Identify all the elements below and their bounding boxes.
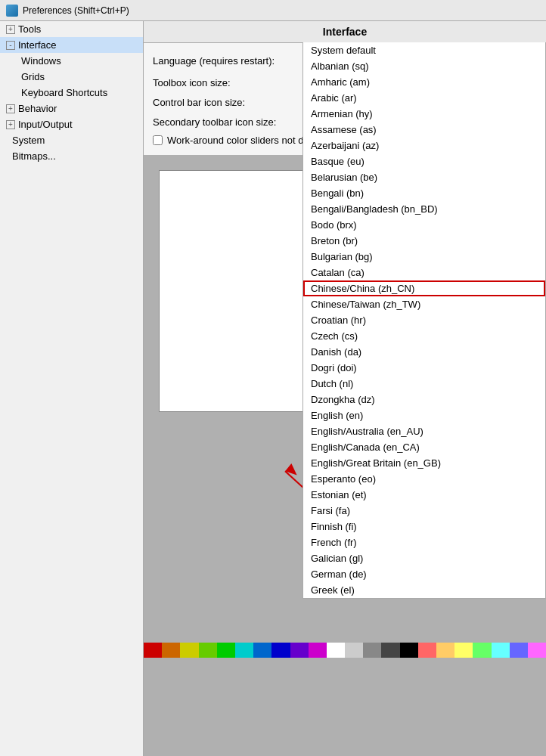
sidebar-label-input-output: Input/Output <box>18 119 73 130</box>
dropdown-item[interactable]: Croatian (hr) <box>303 312 545 328</box>
color-swatch[interactable] <box>144 643 162 658</box>
dropdown-item[interactable]: Basque (eu) <box>303 153 545 169</box>
sidebar-label-bitmaps: Bitmaps... <box>12 150 56 162</box>
dropdown-item[interactable]: Armenian (hy) <box>303 106 545 122</box>
content-area: Interface Language (requires restart): E… <box>144 21 546 756</box>
svg-marker-1 <box>285 463 297 476</box>
title-bar-text: Preferences (Shift+Ctrl+P) <box>23 5 129 16</box>
expand-icon-behavior: + <box>6 104 15 113</box>
sidebar: + Tools - Interface Windows Grids Keyboa… <box>0 21 144 756</box>
expand-icon-input-output: + <box>6 120 15 129</box>
dropdown-item[interactable]: Esperanto (eo) <box>303 471 545 487</box>
color-swatch[interactable] <box>400 643 418 658</box>
dropdown-item[interactable]: German (de) <box>303 566 545 582</box>
dropdown-item[interactable]: Danish (da) <box>303 344 545 360</box>
checkbox-label: Work-around color sliders not draw <box>167 135 319 146</box>
toolbox-icon-label: Toolbox icon size: <box>153 77 327 88</box>
sidebar-item-interface[interactable]: - Interface <box>0 37 143 53</box>
color-swatch[interactable] <box>363 643 381 658</box>
dropdown-item[interactable]: Arabic (ar) <box>303 90 545 106</box>
main-container: + Tools - Interface Windows Grids Keyboa… <box>0 21 546 756</box>
color-swatch[interactable] <box>381 643 399 658</box>
sidebar-item-system[interactable]: System <box>0 132 143 148</box>
title-bar: Preferences (Shift+Ctrl+P) <box>0 0 546 21</box>
expand-icon-tools: + <box>6 25 15 34</box>
dropdown-item[interactable]: English/Canada (en_CA) <box>303 439 545 455</box>
dropdown-item[interactable]: Dzongkha (dz) <box>303 392 545 407</box>
workaround-checkbox[interactable] <box>153 135 163 145</box>
expand-icon-interface: - <box>6 41 15 50</box>
dropdown-item[interactable]: English/Australia (en_AU) <box>303 423 545 439</box>
dropdown-item[interactable]: Amharic (am) <box>303 74 545 90</box>
dropdown-item[interactable]: Czech (cs) <box>303 328 545 344</box>
content-title: Interface <box>323 26 367 38</box>
dropdown-item[interactable]: English (en) <box>303 407 545 423</box>
color-swatch[interactable] <box>180 643 198 658</box>
color-swatch[interactable] <box>528 643 546 658</box>
dropdown-item[interactable]: Catalan (ca) <box>303 265 545 280</box>
sidebar-item-bitmaps[interactable]: Bitmaps... <box>0 148 143 164</box>
color-swatch[interactable] <box>290 643 309 658</box>
dropdown-item[interactable]: Bodo (brx) <box>303 217 545 233</box>
sidebar-label-system: System <box>12 135 45 146</box>
color-swatch[interactable] <box>454 643 473 658</box>
dropdown-item[interactable]: Greek (el) <box>303 582 545 598</box>
secondary-toolbar-label: Secondary toolbar icon size: <box>153 116 327 128</box>
sidebar-label-keyboard-shortcuts: Keyboard Shortcuts <box>21 87 107 98</box>
sidebar-label-tools: Tools <box>18 23 41 35</box>
color-swatch[interactable] <box>510 643 528 658</box>
color-swatch[interactable] <box>327 643 345 658</box>
sidebar-item-input-output[interactable]: + Input/Output <box>0 116 143 132</box>
sidebar-item-keyboard-shortcuts[interactable]: Keyboard Shortcuts <box>0 85 143 101</box>
dropdown-item[interactable]: Dutch (nl) <box>303 376 545 392</box>
sidebar-label-interface: Interface <box>18 39 57 51</box>
color-swatch[interactable] <box>345 643 363 658</box>
color-swatch[interactable] <box>235 643 253 658</box>
dropdown-item[interactable]: Belarusian (be) <box>303 169 545 185</box>
dropdown-item[interactable]: Chinese/China (zh_CN) <box>303 280 545 296</box>
dropdown-item[interactable]: French (fr) <box>303 534 545 550</box>
content-header: Interface <box>144 21 546 43</box>
control-bar-label: Control bar icon size: <box>153 97 327 108</box>
dropdown-item[interactable]: System default <box>303 42 545 58</box>
color-swatch[interactable] <box>473 643 491 658</box>
dropdown-item[interactable]: Chinese/Taiwan (zh_TW) <box>303 296 545 312</box>
color-swatch[interactable] <box>309 643 327 658</box>
dropdown-item[interactable]: English/Great Britain (en_GB) <box>303 455 545 471</box>
color-swatch[interactable] <box>217 643 235 658</box>
dropdown-item[interactable]: Dogri (doi) <box>303 360 545 376</box>
app-icon <box>6 5 18 17</box>
language-label: Language (requires restart): <box>153 55 327 67</box>
canvas-white <box>159 170 325 412</box>
dropdown-item[interactable]: Galician (gl) <box>303 550 545 566</box>
sidebar-label-windows: Windows <box>21 55 61 67</box>
color-swatch[interactable] <box>418 643 436 658</box>
dropdown-item[interactable]: Bengali/Bangladesh (bn_BD) <box>303 201 545 217</box>
dropdown-item[interactable]: Assamese (as) <box>303 122 545 138</box>
dropdown-item[interactable]: Azerbaijani (az) <box>303 138 545 153</box>
dropdown-item[interactable]: Bulgarian (bg) <box>303 249 545 265</box>
sidebar-item-grids[interactable]: Grids <box>0 69 143 85</box>
color-bar <box>144 643 546 658</box>
dropdown-item[interactable]: Estonian (et) <box>303 487 545 503</box>
sidebar-label-grids: Grids <box>21 71 45 82</box>
color-swatch[interactable] <box>162 643 180 658</box>
dropdown-item[interactable]: Breton (br) <box>303 233 545 249</box>
color-swatch[interactable] <box>199 643 217 658</box>
dropdown-item[interactable]: Finnish (fi) <box>303 519 545 534</box>
dropdown-item[interactable]: Farsi (fa) <box>303 503 545 519</box>
color-swatch[interactable] <box>436 643 454 658</box>
language-dropdown[interactable]: System defaultAlbanian (sq)Amharic (am)A… <box>302 42 546 599</box>
dropdown-item[interactable]: Bengali (bn) <box>303 185 545 201</box>
color-swatch[interactable] <box>253 643 271 658</box>
dropdown-item[interactable]: Albanian (sq) <box>303 58 545 74</box>
sidebar-label-behavior: Behavior <box>18 103 57 114</box>
sidebar-item-behavior[interactable]: + Behavior <box>0 101 143 116</box>
sidebar-item-tools[interactable]: + Tools <box>0 21 143 37</box>
color-swatch[interactable] <box>492 643 510 658</box>
sidebar-item-windows[interactable]: Windows <box>0 53 143 69</box>
color-swatch[interactable] <box>271 643 290 658</box>
